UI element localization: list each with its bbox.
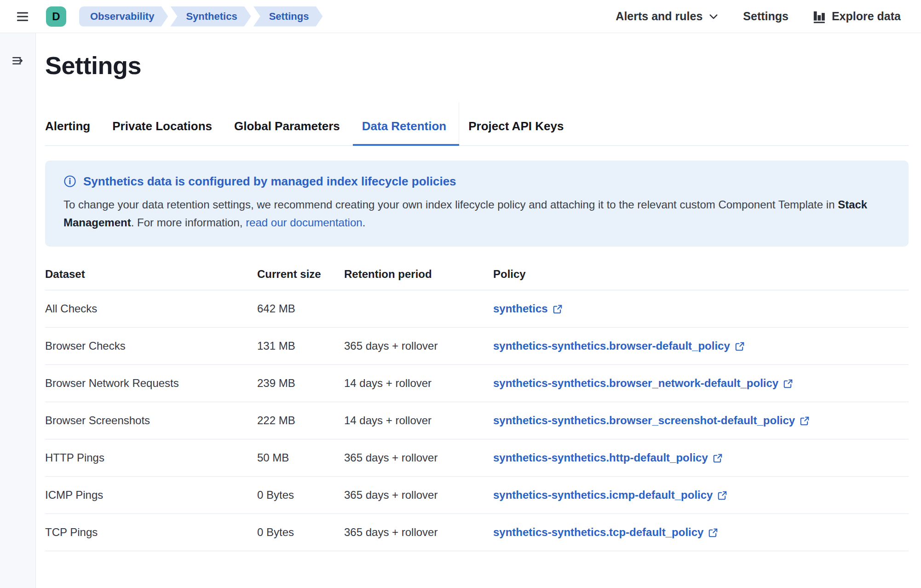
retention-cell: 14 days + rollover: [344, 364, 493, 402]
retention-cell: 365 days + rollover: [344, 513, 493, 551]
policy-link-label: synthetics-synthetics.browser_screenshot…: [493, 414, 795, 427]
policy-link-label: synthetics-synthetics.browser-default_po…: [493, 340, 730, 352]
table-header-row: Dataset Current size Retention period Po…: [45, 268, 909, 290]
breadcrumb-settings[interactable]: Settings: [253, 6, 323, 27]
tab-private-locations[interactable]: Private Locations: [112, 119, 212, 145]
policy-link-label: synthetics: [493, 302, 548, 315]
column-header-retention-period: Retention period: [344, 268, 493, 290]
callout-body: To change your data retention settings, …: [63, 196, 887, 232]
size-cell: 50 MB: [257, 439, 344, 476]
app-root: D Observability Synthetics Settings Aler…: [0, 0, 921, 588]
policy-link[interactable]: synthetics-synthetics.browser-default_po…: [493, 340, 745, 352]
retention-cell: 365 days + rollover: [344, 439, 493, 476]
expand-sidebar-button[interactable]: [9, 52, 27, 70]
size-cell: 0 Bytes: [257, 476, 344, 513]
dataset-cell: HTTP Pings: [45, 439, 257, 476]
external-link-icon: [713, 452, 723, 463]
explore-data-button[interactable]: Explore data: [812, 10, 901, 23]
dataset-cell: ICMP Pings: [45, 476, 257, 513]
alerts-and-rules-button[interactable]: Alerts and rules: [616, 10, 719, 23]
ilm-info-callout: Synthetics data is configured by managed…: [45, 161, 909, 247]
main-content: Settings Alerting Private Locations Glob…: [36, 33, 921, 588]
breadcrumb-observability[interactable]: Observability: [79, 6, 168, 27]
tab-data-retention[interactable]: Data Retention: [362, 119, 446, 145]
retention-cell: [344, 290, 493, 327]
policy-link-label: synthetics-synthetics.icmp-default_polic…: [493, 489, 713, 502]
dataset-cell: Browser Network Requests: [45, 364, 257, 402]
callout-title: Synthetics data is configured by managed…: [83, 174, 456, 189]
callout-body-suffix: .: [363, 216, 366, 229]
chevron-down-icon: [708, 11, 719, 22]
size-cell: 239 MB: [257, 364, 344, 402]
column-header-dataset: Dataset: [45, 268, 257, 290]
callout-body-text-2: . For more information,: [131, 216, 246, 229]
table-row: Browser Screenshots 222 MB 14 days + rol…: [45, 402, 909, 439]
policy-link[interactable]: synthetics-synthetics.icmp-default_polic…: [493, 489, 727, 502]
tab-project-api-keys[interactable]: Project API Keys: [468, 119, 564, 145]
settings-link[interactable]: Settings: [743, 10, 789, 23]
column-header-current-size: Current size: [257, 268, 344, 290]
explore-data-label: Explore data: [832, 10, 901, 23]
tab-alerting[interactable]: Alerting: [45, 119, 90, 145]
retention-cell: 365 days + rollover: [344, 476, 493, 513]
bar-chart-icon: [812, 10, 826, 23]
external-link-icon: [735, 340, 745, 352]
size-cell: 131 MB: [257, 327, 344, 364]
settings-link-label: Settings: [743, 10, 789, 23]
info-icon: [63, 175, 76, 188]
menu-button[interactable]: [13, 8, 32, 25]
table-row: Browser Network Requests 239 MB 14 days …: [45, 364, 909, 402]
size-cell: 222 MB: [257, 402, 344, 439]
callout-title-row: Synthetics data is configured by managed…: [63, 174, 890, 189]
breadcrumb: Observability Synthetics Settings: [79, 6, 322, 27]
policy-link[interactable]: synthetics-synthetics.tcp-default_policy: [493, 526, 718, 539]
tab-global-parameters[interactable]: Global Parameters: [234, 119, 340, 145]
header-right: Alerts and rules Settings Explore d: [616, 10, 901, 23]
data-retention-table: Dataset Current size Retention period Po…: [45, 268, 909, 551]
policy-link[interactable]: synthetics: [493, 302, 563, 315]
policy-link-label: synthetics-synthetics.tcp-default_policy: [493, 526, 703, 539]
page-title: Settings: [45, 51, 909, 81]
page-body: Settings Alerting Private Locations Glob…: [0, 33, 921, 588]
table-row: TCP Pings 0 Bytes 365 days + rollover sy…: [45, 513, 909, 551]
table-row: HTTP Pings 50 MB 365 days + rollover syn…: [45, 439, 909, 476]
retention-cell: 365 days + rollover: [344, 327, 493, 364]
policy-link[interactable]: synthetics-synthetics.http-default_polic…: [493, 451, 723, 464]
callout-body-text-1: To change your data retention settings, …: [63, 198, 838, 211]
dataset-cell: All Checks: [45, 290, 257, 327]
policy-link[interactable]: synthetics-synthetics.browser_network-de…: [493, 377, 793, 390]
size-cell: 642 MB: [257, 290, 344, 327]
dataset-cell: TCP Pings: [45, 513, 257, 551]
menu-expand-icon: [11, 53, 25, 68]
external-link-icon: [708, 527, 718, 538]
table-row: All Checks 642 MB synthetics: [45, 290, 909, 327]
hamburger-icon: [15, 10, 30, 23]
external-link-icon: [553, 303, 563, 314]
breadcrumb-synthetics[interactable]: Synthetics: [170, 6, 251, 27]
retention-cell: 14 days + rollover: [344, 402, 493, 439]
size-cell: 0 Bytes: [257, 513, 344, 551]
documentation-link[interactable]: read our documentation: [246, 216, 363, 229]
external-link-icon: [717, 490, 727, 501]
header-left: D Observability Synthetics Settings: [13, 6, 322, 27]
table-row: Browser Checks 131 MB 365 days + rollove…: [45, 327, 909, 364]
global-header: D Observability Synthetics Settings Aler…: [0, 0, 921, 33]
dataset-cell: Browser Screenshots: [45, 402, 257, 439]
settings-tabs: Alerting Private Locations Global Parame…: [45, 119, 909, 146]
policy-link[interactable]: synthetics-synthetics.browser_screenshot…: [493, 414, 810, 427]
external-link-icon: [800, 415, 810, 426]
external-link-icon: [783, 378, 793, 389]
column-header-policy: Policy: [493, 268, 909, 290]
policy-link-label: synthetics-synthetics.http-default_polic…: [493, 451, 708, 464]
dataset-cell: Browser Checks: [45, 327, 257, 364]
alerts-and-rules-label: Alerts and rules: [616, 10, 702, 23]
table-row: ICMP Pings 0 Bytes 365 days + rollover s…: [45, 476, 909, 513]
collapsed-sidebar: [0, 33, 36, 588]
avatar[interactable]: D: [46, 6, 66, 27]
policy-link-label: synthetics-synthetics.browser_network-de…: [493, 377, 778, 390]
